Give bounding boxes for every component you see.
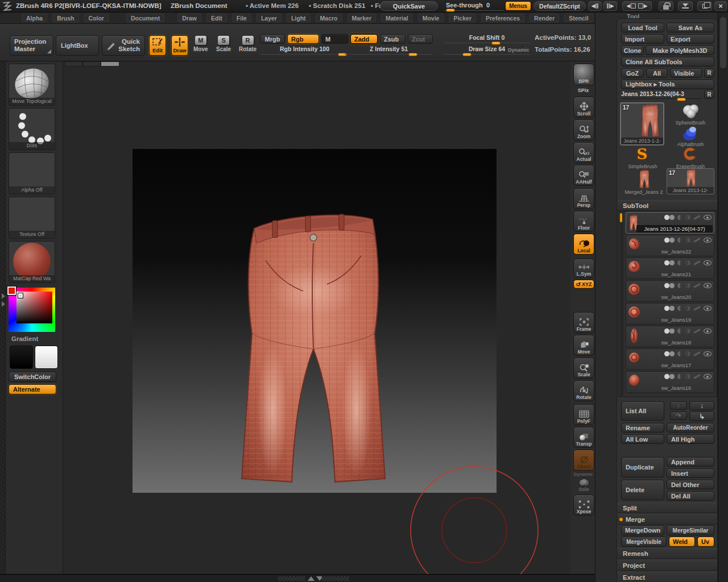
- default-zscript-button[interactable]: DefaultZScript: [533, 1, 586, 11]
- tool-thumbnail-jeans-active[interactable]: 17 Jeans 2013-1-2-: [620, 102, 664, 146]
- focal-shift-slider[interactable]: Focal Shift 0: [444, 34, 530, 43]
- quicksave-button[interactable]: QuickSave: [380, 1, 438, 11]
- goz-all-button[interactable]: All: [646, 68, 668, 78]
- menu-picker[interactable]: Picker: [449, 14, 476, 22]
- zadd-button[interactable]: Zadd: [350, 34, 378, 44]
- subtool-row-icons[interactable]: [664, 351, 712, 356]
- scroll-button[interactable]: Scroll: [573, 97, 594, 118]
- restore-icon[interactable]: [697, 1, 712, 11]
- canvas-tab-segment-active[interactable]: [101, 61, 119, 66]
- split-section-header[interactable]: Split: [618, 502, 717, 513]
- canvas-viewport[interactable]: [63, 61, 570, 574]
- goz-visible-button[interactable]: Visible: [670, 68, 702, 78]
- bottom-tray-divider[interactable]: [0, 574, 595, 582]
- alternate-button[interactable]: Alternate: [9, 384, 56, 394]
- subtool-row[interactable]: sw_Jeans17: [626, 348, 714, 370]
- make-polymesh3d-button[interactable]: Make PolyMesh3D: [646, 45, 714, 55]
- menu-edit[interactable]: Edit: [206, 14, 227, 22]
- quick-sketch-button[interactable]: Quick Sketch: [102, 35, 145, 56]
- floor-button[interactable]: x y z Floor: [573, 211, 594, 232]
- menu-light[interactable]: Light: [287, 14, 311, 22]
- subtool-row-icons[interactable]: [664, 215, 712, 220]
- simplebrush-label[interactable]: SimpleBrush: [621, 164, 664, 169]
- xpose-button[interactable]: Xpose: [573, 494, 594, 516]
- append-button[interactable]: Append: [667, 457, 714, 467]
- subtool-row-icons[interactable]: [664, 238, 712, 243]
- tool-thumbnail-spherebrush[interactable]: [680, 103, 701, 118]
- see-through-slider[interactable]: See-through 0: [444, 0, 505, 13]
- weld-button[interactable]: Weld: [669, 537, 695, 547]
- tool-thumbnail-merged-jeans[interactable]: [638, 169, 651, 189]
- stroke-thumbnail-move-topological[interactable]: Move Topological: [9, 64, 55, 106]
- lightbox-tools-button[interactable]: Lightbox ▸ Tools: [621, 80, 714, 89]
- scale-3d-button[interactable]: Scale: [573, 357, 594, 379]
- bottom-tray-toggle-arrows[interactable]: [308, 576, 323, 581]
- aahalf-button[interactable]: AAHalf: [573, 165, 594, 186]
- menu-material[interactable]: Material: [381, 14, 413, 22]
- close-icon[interactable]: ×: [714, 1, 727, 11]
- stroke-thumbnail-dots[interactable]: Dots: [9, 108, 55, 150]
- paste-subtool-button[interactable]: ↳: [689, 411, 714, 421]
- clone-button[interactable]: Clone: [621, 45, 644, 55]
- subtool-row-selected[interactable]: Jeans 2013-12-26(04-37): [626, 212, 714, 234]
- import-button[interactable]: Import: [621, 34, 664, 44]
- lsym-button[interactable]: L.Sym: [573, 259, 594, 278]
- canvas-tab-segment[interactable]: [64, 61, 82, 66]
- zsub-button[interactable]: Zsub: [380, 34, 406, 44]
- transp-button[interactable]: Transp: [573, 427, 594, 448]
- secondary-color-swatch[interactable]: [35, 346, 58, 369]
- draw-size-handle[interactable]: [462, 53, 471, 56]
- divider-grip[interactable]: [322, 576, 349, 581]
- zbrush-document[interactable]: [133, 149, 497, 493]
- menu-brush[interactable]: Brush: [52, 14, 78, 22]
- tool-thumbnail-alphabrush[interactable]: [681, 126, 700, 141]
- zoom-button[interactable]: Zoom: [573, 119, 594, 140]
- menu-file[interactable]: File: [232, 14, 251, 22]
- divider-grip[interactable]: [278, 576, 305, 581]
- all-low-button[interactable]: All Low: [621, 434, 664, 444]
- tool-thumbnail-eraserbrush[interactable]: [680, 146, 698, 163]
- projection-master-button[interactable]: Projection Master: [10, 35, 53, 56]
- subtool-row[interactable]: sw_Jeans20: [626, 280, 714, 302]
- menu-draw[interactable]: Draw: [177, 14, 201, 22]
- subtool-row-icons[interactable]: [664, 283, 712, 288]
- merge-down-button[interactable]: MergeDown: [621, 525, 664, 535]
- rgb-intensity-slider[interactable]: Rgb Intensity 100: [260, 45, 349, 55]
- menu-layer[interactable]: Layer: [257, 14, 282, 22]
- merge-section-header[interactable]: Merge: [618, 514, 717, 525]
- merged-jeans-label[interactable]: Merged_Jeans 2: [619, 189, 669, 195]
- copy-subtool-button[interactable]: ↷: [670, 411, 687, 420]
- rgb-button[interactable]: Rgb: [287, 34, 319, 44]
- switch-color-button[interactable]: SwitchColor: [9, 372, 56, 382]
- project-section-header[interactable]: Project: [618, 560, 717, 571]
- menu-macro[interactable]: Macro: [316, 14, 342, 22]
- z-intensity-slider[interactable]: Z Intensity 51: [345, 45, 433, 55]
- canvas-tab-segment[interactable]: [82, 61, 101, 66]
- export-button[interactable]: Export: [667, 34, 714, 44]
- menu-alpha[interactable]: Alpha: [22, 14, 47, 22]
- subtool-row[interactable]: sw_Jeans19: [626, 303, 714, 325]
- tool-thumbnail-jeans-small[interactable]: 17 Jeans 2013-12-: [667, 168, 714, 194]
- menu-color[interactable]: Color: [84, 14, 109, 22]
- current-tool-slider[interactable]: Jeans 2013-12-26(04-3: [621, 90, 702, 99]
- auto-reorder-button[interactable]: AutoReorder: [667, 423, 714, 433]
- subtool-row-icons[interactable]: [664, 374, 712, 379]
- goz-r-button[interactable]: R: [704, 68, 714, 78]
- menu-stencil[interactable]: Stencil: [564, 14, 593, 22]
- see-through-handle[interactable]: [446, 9, 455, 12]
- frame-button[interactable]: Frame: [573, 312, 594, 333]
- polyframe-button[interactable]: PolyF: [573, 404, 594, 425]
- merge-visible-button[interactable]: MergeVisible: [621, 537, 667, 547]
- bpr-render-button[interactable]: BPR: [573, 64, 594, 85]
- subtool-scrollbar[interactable]: [620, 212, 623, 396]
- local-pivot-button[interactable]: Local: [573, 234, 594, 255]
- remesh-section-header[interactable]: Remesh: [618, 548, 717, 559]
- subtool-row[interactable]: sw_Jeans22: [626, 235, 714, 256]
- menu-document[interactable]: Document: [126, 14, 164, 22]
- delete-button[interactable]: Delete: [621, 480, 664, 500]
- m-button[interactable]: M: [321, 34, 349, 44]
- subtool-row[interactable]: sw_Jeans16: [626, 371, 714, 393]
- material-thumbnail-matcap-red-wax[interactable]: MatCap Red Wa: [9, 241, 55, 283]
- left-tray-toggle-arrows[interactable]: [1, 289, 6, 311]
- color-picker[interactable]: [9, 288, 55, 332]
